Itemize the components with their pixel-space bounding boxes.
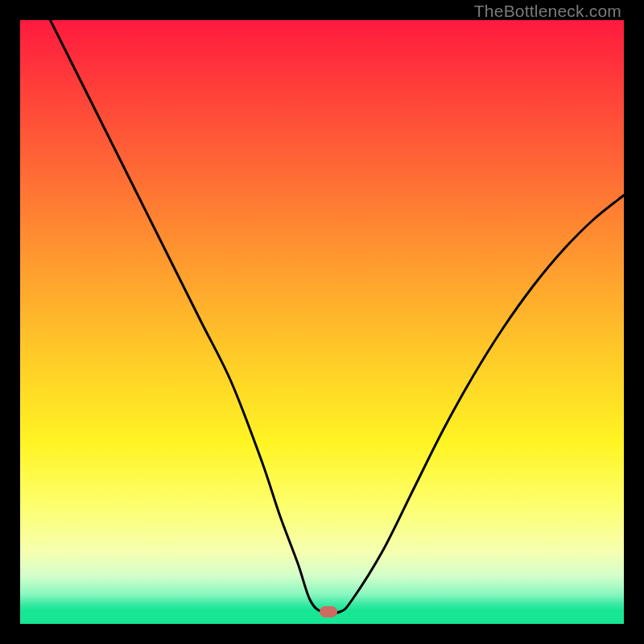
watermark-text: TheBottleneck.com — [474, 2, 621, 21]
chart-plot — [20, 20, 624, 624]
chart-curve-layer — [20, 20, 624, 624]
optimum-marker — [320, 606, 337, 617]
bottleneck-curve — [51, 20, 625, 613]
